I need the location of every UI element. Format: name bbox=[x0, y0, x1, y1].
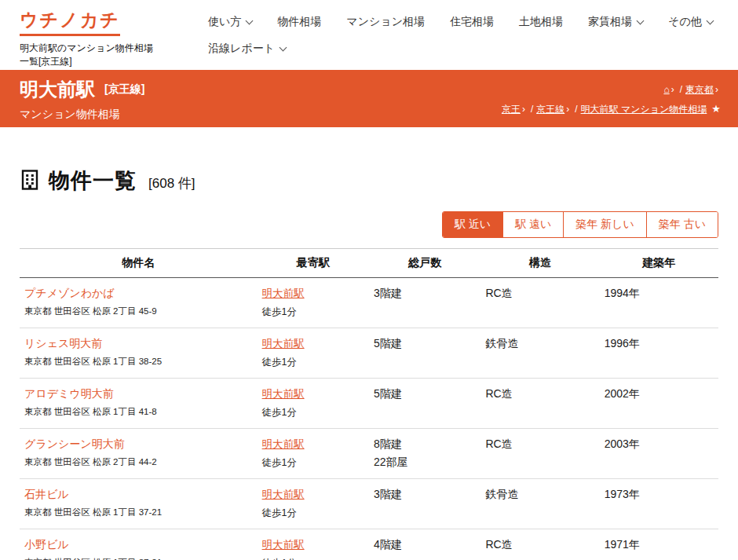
breadcrumb-current-page[interactable]: 明大前駅 マンション物件相場 bbox=[581, 104, 707, 115]
col-header-year: 建築年 bbox=[600, 249, 718, 277]
units-cell: 5階建 bbox=[369, 386, 480, 421]
walk-time: 徒歩1分 bbox=[262, 557, 364, 560]
property-address: 東京都 世田谷区 松原 1丁目 37-21 bbox=[24, 507, 253, 518]
breadcrumb-keio[interactable]: 京王 bbox=[502, 104, 521, 115]
walk-time: 徒歩1分 bbox=[262, 306, 364, 319]
units-value: 4階建 bbox=[374, 538, 402, 551]
nav-item-mansion-prices[interactable]: マンション相場 bbox=[346, 15, 425, 29]
nav-row-2: 沿線レポート bbox=[208, 42, 713, 56]
units-value: 8階建 bbox=[374, 437, 402, 450]
year-cell: 1971年 bbox=[600, 536, 718, 560]
chevron-down-icon bbox=[279, 44, 287, 52]
station-link[interactable]: 明大前駅 bbox=[262, 438, 305, 450]
chevron-down-icon bbox=[246, 17, 254, 25]
property-address: 東京都 世田谷区 松原 1丁目 37-21 bbox=[24, 557, 253, 560]
station-link[interactable]: 明大前駅 bbox=[262, 388, 305, 400]
structure-cell: RC造 bbox=[480, 536, 599, 560]
page-title: 物件一覧 bbox=[49, 167, 137, 195]
breadcrumb-arrow: › bbox=[671, 84, 674, 95]
property-link[interactable]: アロデミウ明大前 bbox=[24, 387, 114, 400]
sort-year-newest-button[interactable]: 築年 新しい bbox=[563, 212, 646, 237]
station-link[interactable]: 明大前駅 bbox=[262, 489, 305, 500]
nav-item-line-report[interactable]: 沿線レポート bbox=[208, 42, 286, 56]
nav-item-usage[interactable]: 使い方 bbox=[208, 15, 252, 29]
col-header-units: 総戸数 bbox=[369, 249, 480, 277]
breadcrumb-separator: / bbox=[680, 84, 682, 95]
col-header-structure: 構造 bbox=[480, 249, 599, 277]
property-link[interactable]: 小野ビル bbox=[24, 538, 69, 551]
nav-item-other[interactable]: その他 bbox=[668, 15, 713, 29]
site-logo[interactable]: ウチノカチ bbox=[20, 8, 120, 36]
property-address: 東京都 世田谷区 松原 2丁目 45-9 bbox=[24, 306, 253, 317]
station-link[interactable]: 明大前駅 bbox=[262, 539, 305, 551]
breadcrumb-separator: / bbox=[531, 104, 533, 115]
nav-label: 住宅相場 bbox=[450, 15, 494, 27]
structure-cell: 鉄骨造 bbox=[480, 335, 599, 371]
units-cell: 8階建 22部屋 bbox=[369, 436, 480, 471]
year-cell: 2003年 bbox=[600, 436, 718, 471]
sort-station-near-button[interactable]: 駅 近い bbox=[443, 212, 502, 237]
units-value: 5階建 bbox=[374, 337, 402, 350]
year-cell: 1973年 bbox=[600, 486, 718, 522]
sort-controls: 駅 近い 駅 遠い 築年 新しい 築年 古い bbox=[20, 211, 718, 238]
year-cell: 1994年 bbox=[600, 285, 718, 320]
nav-item-rent-prices[interactable]: 家賃相場 bbox=[588, 15, 643, 29]
nav-label: その他 bbox=[668, 15, 702, 27]
structure-cell: RC造 bbox=[480, 285, 599, 320]
walk-time: 徒歩1分 bbox=[262, 356, 364, 369]
structure-cell: 鉄骨造 bbox=[480, 486, 599, 522]
property-link[interactable]: グランシーン明大前 bbox=[24, 437, 125, 450]
breadcrumb-keio-line[interactable]: 京王線 bbox=[536, 104, 564, 115]
breadcrumb-arrow: › bbox=[522, 104, 525, 115]
nav-label: 沿線レポート bbox=[208, 42, 275, 54]
sort-year-oldest-button[interactable]: 築年 古い bbox=[646, 212, 718, 237]
structure-cell: RC造 bbox=[480, 436, 599, 471]
station-name: 明大前駅 bbox=[20, 77, 95, 102]
breadcrumb-arrow: › bbox=[566, 104, 569, 115]
section-heading-row: 物件一覧 [608 件] bbox=[20, 167, 718, 195]
property-address: 東京都 世田谷区 松原 1丁目 41-8 bbox=[24, 406, 253, 418]
chevron-down-icon bbox=[637, 17, 645, 25]
nav-item-land-prices[interactable]: 土地相場 bbox=[519, 15, 563, 29]
sort-station-far-button[interactable]: 駅 遠い bbox=[502, 212, 563, 237]
main-nav: 使い方 物件相場 マンション相場 住宅相場 土地相場 家賃相場 その他 沿線レポ… bbox=[208, 8, 713, 68]
col-header-name: 物件名 bbox=[20, 249, 258, 277]
table-row: グランシーン明大前 東京都 世田谷区 松原 2丁目 44-2 明大前駅 徒歩1分… bbox=[20, 429, 718, 479]
table-row: リシェス明大前 東京都 世田谷区 松原 1丁目 38-25 明大前駅 徒歩1分 … bbox=[20, 328, 718, 379]
nav-label: 土地相場 bbox=[519, 15, 563, 27]
chevron-down-icon bbox=[706, 17, 714, 25]
breadcrumb-row-1: ⌂›/東京都› bbox=[502, 81, 721, 99]
breadcrumb-separator: / bbox=[575, 104, 577, 115]
units-cell: 4階建 bbox=[369, 536, 480, 560]
walk-time: 徒歩1分 bbox=[262, 456, 364, 470]
nav-item-house-prices[interactable]: 住宅相場 bbox=[450, 15, 494, 29]
main-content: 物件一覧 [608 件] 駅 近い 駅 遠い 築年 新しい 築年 古い 物件名 … bbox=[0, 167, 738, 560]
nav-label: マンション相場 bbox=[346, 15, 425, 27]
structure-cell: RC造 bbox=[480, 386, 599, 421]
property-link[interactable]: 石井ビル bbox=[24, 488, 69, 500]
site-tagline: 明大前駅のマンション物件相場 一覧[京王線] bbox=[20, 42, 184, 69]
nav-row-1: 使い方 物件相場 マンション相場 住宅相場 土地相場 家賃相場 その他 bbox=[208, 15, 713, 29]
breadcrumb-row-2: 京王›/京王線›/明大前駅 マンション物件相場★ bbox=[502, 99, 721, 119]
nav-item-property-prices[interactable]: 物件相場 bbox=[277, 15, 321, 29]
units-cell: 3階建 bbox=[369, 486, 480, 522]
property-link[interactable]: プチメゾンわかば bbox=[24, 287, 115, 299]
line-name: [京王線] bbox=[104, 82, 144, 97]
year-cell: 1996年 bbox=[600, 335, 718, 371]
walk-time: 徒歩1分 bbox=[262, 406, 364, 419]
station-link[interactable]: 明大前駅 bbox=[262, 287, 305, 299]
station-link[interactable]: 明大前駅 bbox=[262, 338, 305, 350]
breadcrumb-home-icon[interactable]: ⌂ bbox=[663, 84, 669, 95]
table-header-row: 物件名 最寄駅 総戸数 構造 建築年 bbox=[20, 249, 718, 278]
nav-label: 使い方 bbox=[208, 15, 241, 27]
property-link[interactable]: リシェス明大前 bbox=[24, 337, 102, 350]
units-value: 5階建 bbox=[374, 387, 402, 400]
walk-time: 徒歩1分 bbox=[262, 507, 364, 520]
breadcrumb-arrow: › bbox=[715, 84, 718, 95]
nav-label: 家賃相場 bbox=[588, 15, 632, 27]
favorite-star-icon[interactable]: ★ bbox=[711, 103, 721, 115]
property-address: 東京都 世田谷区 松原 1丁目 38-25 bbox=[24, 356, 253, 368]
tagline-line2: 一覧[京王線] bbox=[20, 55, 184, 68]
table-row: アロデミウ明大前 東京都 世田谷区 松原 1丁目 41-8 明大前駅 徒歩1分 … bbox=[20, 379, 718, 429]
breadcrumb-tokyo[interactable]: 東京都 bbox=[685, 84, 714, 95]
